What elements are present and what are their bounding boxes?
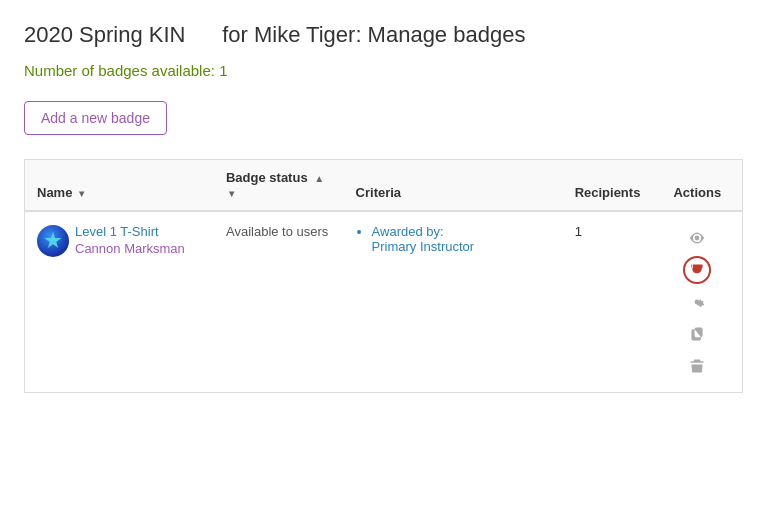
criteria-value-link[interactable]: Primary Instructor [372, 239, 475, 254]
badge-icon [37, 225, 69, 257]
sort-name-icon: ▾ [79, 188, 84, 199]
recipients-cell: 1 [563, 211, 653, 393]
view-icon[interactable] [683, 224, 711, 252]
badge-name-cell: Level 1 T-Shirt Cannon Marksman [25, 211, 214, 393]
badge-sub-name: Cannon Marksman [75, 241, 185, 256]
settings-icon[interactable] [683, 288, 711, 316]
table-row: Level 1 T-Shirt Cannon Marksman Availabl… [25, 211, 743, 393]
copy-icon[interactable] [683, 320, 711, 348]
sort-badge-status-icon: ▲ [314, 173, 324, 184]
col-header-name[interactable]: Name ▾ [25, 159, 214, 211]
badges-table: Name ▾ Badge status ▲ ▾ Criteria Recipie… [24, 159, 743, 393]
badge-count: Number of badges available: 1 [24, 62, 743, 79]
criteria-label: Awarded by: [372, 224, 444, 239]
badge-status-cell: Available to users [214, 211, 344, 393]
actions-cell [653, 211, 743, 393]
col-header-badge-status[interactable]: Badge status ▲ ▾ [214, 159, 344, 211]
col-header-recipients: Recipients [563, 159, 653, 211]
award-trophy-icon[interactable] [683, 256, 711, 284]
badge-name-link[interactable]: Level 1 T-Shirt [75, 224, 185, 239]
sort-badge-status-icon2: ▾ [229, 188, 234, 199]
add-badge-button[interactable]: Add a new badge [24, 101, 167, 135]
criteria-cell: Awarded by: Primary Instructor [344, 211, 563, 393]
col-header-criteria: Criteria [344, 159, 563, 211]
page-title: 2020 Spring KIN for Mike Tiger: Manage b… [24, 20, 743, 50]
delete-icon[interactable] [683, 352, 711, 380]
col-header-actions: Actions [653, 159, 743, 211]
